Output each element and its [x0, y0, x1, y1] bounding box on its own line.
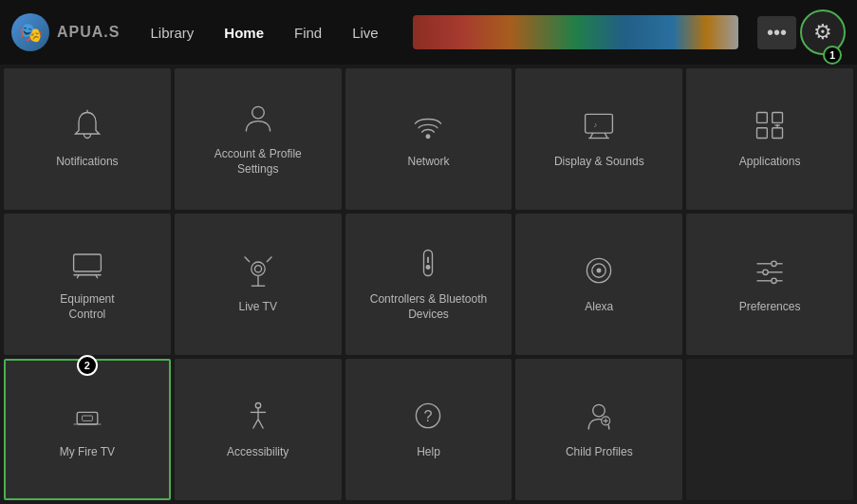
svg-rect-36 — [772, 278, 776, 283]
svg-rect-14 — [73, 254, 101, 271]
nav-links: Library Home Find Live — [135, 17, 393, 48]
svg-point-2 — [427, 135, 431, 139]
grid-item-display-sounds[interactable]: ♪ Display & Sounds — [515, 68, 682, 210]
grid-item-accessibility[interactable]: Accessibility — [175, 359, 342, 500]
svg-rect-11 — [773, 128, 783, 139]
svg-line-44 — [258, 420, 263, 429]
nav-live[interactable]: Live — [337, 17, 394, 48]
topbar: 🎭 APUA.S Library Home Find Live ••• ⚙ 1 — [0, 0, 857, 65]
help-icon: ? — [411, 399, 445, 438]
firetv-icon — [70, 399, 104, 438]
grid-item-notifications[interactable]: Notifications — [4, 68, 171, 210]
svg-point-30 — [597, 269, 601, 272]
svg-point-19 — [251, 262, 264, 275]
gear-icon: ⚙ — [813, 20, 832, 45]
svg-point-47 — [593, 405, 605, 418]
grid-item-live-tv[interactable]: Live TV — [175, 214, 342, 355]
preferences-label: Preferences — [739, 300, 801, 315]
svg-rect-34 — [772, 261, 776, 266]
bell-icon — [70, 108, 104, 147]
svg-line-24 — [267, 257, 271, 262]
tv-icon — [70, 246, 104, 285]
account-label: Account & Profile Settings — [214, 147, 302, 177]
logo-area: 🎭 APUA.S — [11, 13, 120, 51]
person-icon — [241, 101, 275, 140]
my-fire-tv-label: My Fire TV — [60, 445, 115, 460]
accessibility-label: Accessibility — [227, 445, 289, 460]
search-bar[interactable] — [413, 15, 738, 49]
nav-home[interactable]: Home — [209, 17, 279, 48]
svg-point-1 — [252, 107, 264, 120]
grid-item-account[interactable]: Account & Profile Settings — [175, 68, 342, 210]
svg-rect-9 — [773, 113, 783, 123]
topbar-right: ••• ⚙ 1 — [757, 9, 846, 55]
controllers-label: Controllers & Bluetooth Devices — [370, 292, 487, 322]
grid-item-preferences[interactable]: Preferences — [686, 214, 853, 355]
grid-item-help[interactable]: ? Help — [345, 359, 512, 500]
svg-rect-8 — [757, 113, 768, 123]
svg-rect-3 — [586, 115, 613, 134]
logo-text: APUA.S — [57, 24, 120, 41]
grid-item-alexa[interactable]: Alexa — [515, 214, 682, 355]
svg-line-23 — [244, 257, 249, 262]
svg-text:?: ? — [424, 408, 433, 425]
grid-item-my-fire-tv[interactable]: 2 My Fire TV — [4, 359, 171, 500]
accessibility-icon — [241, 399, 275, 438]
grid-item-child-profiles[interactable]: Child Profiles — [515, 359, 682, 500]
svg-point-27 — [427, 266, 431, 270]
sliders-icon — [753, 253, 787, 292]
child-profiles-label: Child Profiles — [566, 445, 633, 460]
more-options-button[interactable]: ••• — [757, 16, 796, 49]
grid-item-applications[interactable]: Applications — [686, 68, 853, 210]
nav-find[interactable]: Find — [279, 17, 337, 48]
svg-line-5 — [605, 133, 608, 138]
logo-icon: 🎭 — [11, 13, 49, 51]
remote-icon — [411, 246, 445, 285]
network-label: Network — [407, 155, 449, 170]
svg-rect-35 — [763, 270, 768, 274]
alexa-icon — [582, 253, 616, 292]
antenna-icon — [241, 253, 275, 292]
svg-point-20 — [254, 266, 261, 272]
notifications-label: Notifications — [56, 155, 118, 170]
grid-item-network[interactable]: Network — [345, 68, 512, 210]
svg-rect-39 — [82, 416, 92, 420]
badge-1: 1 — [823, 46, 842, 65]
grid-item-controllers[interactable]: Controllers & Bluetooth Devices — [345, 214, 512, 355]
alexa-label: Alexa — [585, 300, 613, 315]
display-sounds-label: Display & Sounds — [554, 155, 644, 170]
badge-2: 2 — [77, 355, 98, 376]
svg-text:♪: ♪ — [594, 121, 598, 129]
settings-grid: Notifications Account & Profile Settings… — [0, 65, 857, 504]
display-icon: ♪ — [582, 108, 616, 147]
equipment-control-label: Equipment Control — [60, 292, 114, 322]
apps-icon — [753, 108, 787, 147]
applications-label: Applications — [739, 155, 801, 170]
svg-rect-10 — [757, 128, 768, 139]
wifi-icon — [411, 108, 445, 147]
grid-item-equipment-control[interactable]: Equipment Control — [4, 214, 171, 355]
svg-point-40 — [255, 403, 260, 408]
live-tv-label: Live TV — [238, 300, 276, 315]
svg-rect-37 — [77, 413, 98, 425]
help-label: Help — [417, 445, 440, 460]
nav-library[interactable]: Library — [135, 17, 209, 48]
svg-line-4 — [590, 133, 593, 138]
grid-item-empty — [686, 359, 853, 500]
svg-line-43 — [252, 420, 257, 429]
child-icon — [582, 399, 616, 438]
